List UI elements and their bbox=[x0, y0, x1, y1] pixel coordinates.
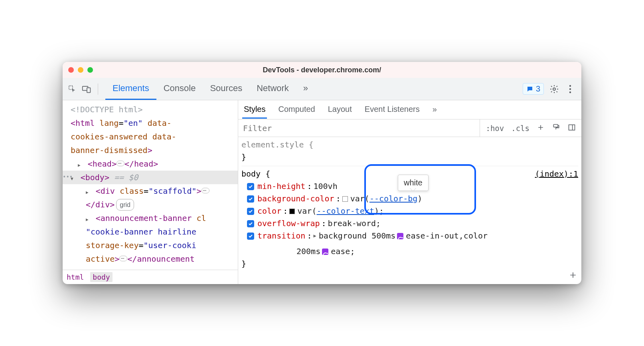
window-title: DevTools - developer.chrome.com/ bbox=[63, 66, 581, 74]
inspect-icon[interactable] bbox=[67, 84, 78, 95]
styles-tab-eventlisteners[interactable]: Event Listeners bbox=[363, 101, 421, 119]
element-style-rule[interactable]: element.style { } bbox=[241, 139, 578, 163]
doctype-node[interactable]: <!DOCTYPE html> bbox=[71, 103, 234, 116]
tab-sources[interactable]: Sources bbox=[203, 78, 249, 100]
grid-badge[interactable]: grid bbox=[116, 199, 134, 211]
elements-panel: <!DOCTYPE html> <html lang="en" data- co… bbox=[63, 100, 238, 284]
breadcrumb-body[interactable]: body bbox=[90, 272, 112, 282]
tabs-overflow-icon[interactable]: » bbox=[296, 78, 315, 100]
body-node-selected[interactable]: ••• <body> == $0 bbox=[63, 171, 238, 184]
color-swatch-white[interactable] bbox=[342, 196, 348, 202]
checkbox-icon[interactable] bbox=[247, 220, 254, 227]
ellipsis-icon[interactable] bbox=[119, 256, 127, 261]
tab-elements[interactable]: Elements bbox=[105, 78, 156, 100]
issues-badge[interactable]: 3 bbox=[523, 83, 544, 95]
window-minimize-button[interactable] bbox=[78, 67, 83, 73]
svg-point-3 bbox=[553, 88, 555, 90]
device-toggle-icon[interactable] bbox=[81, 84, 92, 95]
dom-tree[interactable]: <!DOCTYPE html> <html lang="en" data- co… bbox=[63, 100, 238, 270]
easing-icon[interactable] bbox=[322, 249, 328, 255]
rule-source-link[interactable]: (index):1 bbox=[535, 168, 578, 180]
var-link-color-bg[interactable]: --color-bg bbox=[369, 194, 417, 203]
color-swatch-black[interactable] bbox=[289, 209, 295, 214]
ellipsis-icon[interactable] bbox=[117, 161, 124, 166]
styles-panel: Styles Computed Layout Event Listeners »… bbox=[238, 100, 581, 284]
svg-point-6 bbox=[569, 91, 571, 93]
checkbox-icon[interactable] bbox=[247, 208, 254, 215]
panel-layout-icon[interactable] bbox=[566, 123, 577, 134]
styles-tab-computed[interactable]: Computed bbox=[277, 101, 316, 119]
breadcrumb-html[interactable]: html bbox=[67, 273, 84, 281]
breadcrumb: html body bbox=[63, 270, 238, 284]
window-maximize-button[interactable] bbox=[87, 67, 93, 73]
decl-color[interactable]: color: var(--color-text); bbox=[241, 205, 578, 217]
decl-background-color[interactable]: background-color: var(--color-bg) bbox=[241, 193, 578, 205]
main-toolbar: Elements Console Sources Network » 3 bbox=[63, 78, 581, 100]
paint-icon[interactable] bbox=[550, 123, 562, 134]
styles-tab-layout[interactable]: Layout bbox=[326, 101, 354, 119]
issues-count: 3 bbox=[536, 84, 540, 93]
add-rule-icon[interactable]: ＋ bbox=[568, 266, 578, 282]
styles-tabbar: Styles Computed Layout Event Listeners » bbox=[238, 100, 581, 119]
svg-rect-2 bbox=[87, 87, 91, 92]
checkbox-icon[interactable] bbox=[247, 195, 254, 203]
svg-point-5 bbox=[569, 88, 571, 89]
window-close-button[interactable] bbox=[68, 67, 74, 73]
easing-icon[interactable] bbox=[397, 233, 403, 239]
styles-tab-styles[interactable]: Styles bbox=[242, 101, 267, 119]
checkbox-icon[interactable] bbox=[247, 183, 254, 190]
hov-button[interactable]: :hov bbox=[484, 123, 506, 133]
titlebar: DevTools - developer.chrome.com/ bbox=[63, 62, 581, 78]
decl-transition[interactable]: transition: ▶ background 500ms ease-in-o… bbox=[241, 230, 578, 258]
expand-icon[interactable]: ▶ bbox=[313, 232, 316, 240]
html-node[interactable]: <html lang="en" data- cookies-answered d… bbox=[71, 116, 234, 157]
announcement-banner-node[interactable]: <announcement-banner cl "cookie-banner h… bbox=[71, 211, 234, 266]
new-rule-icon[interactable] bbox=[535, 123, 546, 134]
tab-console[interactable]: Console bbox=[156, 78, 203, 100]
head-node[interactable]: <head></head> bbox=[71, 157, 234, 171]
ellipsis-icon[interactable] bbox=[201, 188, 209, 193]
settings-icon[interactable] bbox=[549, 84, 560, 95]
more-icon[interactable] bbox=[565, 84, 576, 95]
tab-network[interactable]: Network bbox=[249, 78, 296, 100]
styles-tabs-overflow-icon[interactable]: » bbox=[431, 101, 439, 119]
svg-point-4 bbox=[569, 85, 571, 86]
css-rules-area[interactable]: element.style { } (index):1 body { min-h… bbox=[238, 137, 581, 284]
cls-button[interactable]: .cls bbox=[510, 123, 531, 133]
svg-rect-8 bbox=[569, 125, 575, 130]
var-tooltip: white bbox=[398, 175, 429, 191]
div-scaffold-node[interactable]: <div class="scaffold"> </div>grid bbox=[71, 184, 234, 211]
decl-overflow-wrap[interactable]: overflow-wrap: break-word; bbox=[241, 217, 578, 230]
svg-rect-7 bbox=[553, 124, 558, 127]
var-link-color-text[interactable]: --color-text bbox=[316, 206, 374, 216]
styles-filter-input[interactable] bbox=[238, 119, 480, 137]
checkbox-icon[interactable] bbox=[247, 233, 254, 240]
